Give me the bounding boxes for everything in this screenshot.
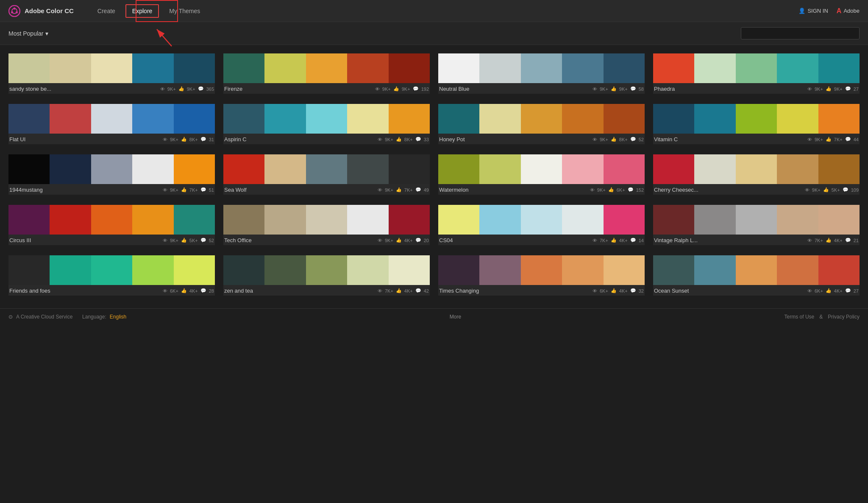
theme-swatches — [438, 205, 645, 235]
swatch — [562, 53, 603, 83]
theme-name: Honey Pot — [439, 136, 593, 143]
swatch — [91, 255, 132, 285]
swatch — [132, 255, 173, 285]
comments-icon: 💬 — [630, 288, 636, 293]
adobe-icon: A — [837, 7, 842, 15]
swatch — [604, 255, 645, 285]
swatch — [174, 53, 215, 83]
comments-count: 28 — [209, 288, 214, 293]
theme-card[interactable]: Times Changing 👁 6K+ 👍 4K+ 💬 32 — [438, 255, 645, 296]
theme-card[interactable]: Vitamin C 👁 9K+ 👍 7K+ 💬 44 — [653, 104, 860, 144]
views-count: 6K+ — [815, 288, 823, 293]
theme-stats: 👁 6K+ 👍 4K+ 💬 32 — [593, 288, 644, 293]
theme-swatches — [653, 255, 860, 285]
comments-icon: 💬 — [413, 86, 419, 92]
theme-info: Firenze 👁 9K+ 👍 9K+ 💬 192 — [223, 83, 430, 94]
swatch — [306, 255, 347, 285]
theme-card[interactable]: Aspirin C 👁 9K+ 👍 8K+ 💬 33 — [223, 104, 430, 144]
swatch — [306, 205, 347, 235]
theme-card[interactable]: Flat UI 👁 9K+ 👍 8K+ 💬 31 — [8, 104, 215, 144]
swatch — [818, 154, 860, 184]
language-value[interactable]: English — [110, 314, 126, 320]
swatch — [8, 154, 50, 184]
theme-card[interactable]: 1944mustang 👁 9K+ 👍 7K+ 💬 51 — [8, 154, 215, 195]
theme-card[interactable]: Firenze 👁 9K+ 👍 9K+ 💬 192 — [223, 53, 430, 94]
views-icon: 👁 — [163, 137, 167, 142]
more-button[interactable]: More — [450, 314, 461, 320]
nav-create[interactable]: Create — [91, 4, 122, 18]
swatch — [438, 255, 479, 285]
comments-count: 52 — [639, 137, 644, 142]
privacy-link[interactable]: Privacy Policy — [828, 314, 860, 320]
adobe-logo: A Adobe — [837, 7, 860, 15]
theme-stats: 👁 9K+ 👍 8K+ 💬 33 — [378, 137, 429, 142]
theme-card[interactable]: Cherry Cheesec... 👁 9K+ 👍 5K+ 💬 109 — [653, 154, 860, 195]
likes-count: 4K+ — [834, 288, 843, 293]
views-icon: 👁 — [593, 137, 597, 142]
swatch — [223, 53, 264, 83]
theme-card[interactable]: Circus III 👁 9K+ 👍 5K+ 💬 52 — [8, 205, 215, 245]
swatch — [306, 53, 347, 83]
swatch — [174, 104, 215, 134]
swatch — [264, 104, 306, 134]
swatch — [132, 205, 173, 235]
theme-swatches — [8, 154, 215, 184]
theme-card[interactable]: Ocean Sunset 👁 6K+ 👍 4K+ 💬 27 — [653, 255, 860, 296]
theme-card[interactable]: Phaedra 👁 9K+ 👍 9K+ 💬 27 — [653, 53, 860, 94]
theme-info: 1944mustang 👁 9K+ 👍 7K+ 💬 51 — [8, 184, 215, 195]
theme-name: Neutral Blue — [439, 86, 593, 92]
comments-count: 27 — [854, 288, 859, 293]
theme-card[interactable]: zen and tea 👁 7K+ 👍 4K+ 💬 42 — [223, 255, 430, 296]
sign-in-button[interactable]: 👤 SIGN IN — [798, 8, 828, 14]
terms-link[interactable]: Terms of Use — [785, 314, 815, 320]
views-icon: 👁 — [163, 187, 167, 193]
theme-info: Vitamin C 👁 9K+ 👍 7K+ 💬 44 — [653, 134, 860, 144]
views-icon: 👁 — [375, 87, 380, 92]
likes-icon: 👍 — [826, 137, 832, 142]
swatch — [562, 104, 603, 134]
swatch — [347, 53, 388, 83]
filter-button[interactable]: Most Popular ▾ — [8, 30, 48, 37]
comments-icon: 💬 — [630, 137, 636, 142]
theme-card[interactable]: Friends and foes 👁 6K+ 👍 4K+ 💬 28 — [8, 255, 215, 296]
theme-card[interactable]: Vintage Ralph L... 👁 7K+ 👍 4K+ 💬 21 — [653, 205, 860, 245]
chevron-down-icon: ▾ — [45, 30, 48, 37]
theme-name: Ocean Sunset — [654, 288, 807, 294]
theme-card[interactable]: CS04 👁 7K+ 👍 4K+ 💬 14 — [438, 205, 645, 245]
theme-card[interactable]: Sea Wolf 👁 9K+ 👍 7K+ 💬 49 — [223, 154, 430, 195]
theme-card[interactable]: Honey Pot 👁 9K+ 👍 8K+ 💬 52 — [438, 104, 645, 144]
theme-card[interactable]: sandy stone be... 👁 9K+ 👍 9K+ 💬 365 — [8, 53, 215, 94]
likes-count: 4K+ — [189, 288, 198, 293]
nav-my-themes[interactable]: My Themes — [162, 4, 207, 18]
swatch — [132, 53, 173, 83]
swatch — [174, 154, 215, 184]
views-count: 9K+ — [597, 187, 606, 193]
theme-card[interactable]: Tech Office 👁 9K+ 👍 4K+ 💬 20 — [223, 205, 430, 245]
creative-cloud-icon: ⊙ — [8, 314, 13, 320]
likes-count: 8K+ — [619, 137, 628, 142]
comments-count: 52 — [209, 238, 214, 243]
swatch — [223, 205, 264, 235]
swatch — [736, 104, 777, 134]
nav-explore[interactable]: Explore — [125, 4, 159, 18]
swatch — [438, 154, 479, 184]
swatch — [438, 205, 479, 235]
comments-count: 20 — [424, 238, 429, 243]
theme-swatches — [438, 255, 645, 285]
theme-swatches — [653, 53, 860, 83]
theme-card[interactable]: Neutral Blue 👁 9K+ 👍 9K+ 💬 58 — [438, 53, 645, 94]
comments-icon: 💬 — [628, 187, 634, 193]
swatch — [132, 104, 173, 134]
swatch — [306, 104, 347, 134]
likes-count: 7K+ — [189, 187, 198, 193]
views-icon: 👁 — [593, 238, 597, 243]
theme-card[interactable]: Watermelon 👁 9K+ 👍 6K+ 💬 152 — [438, 154, 645, 195]
swatch — [604, 104, 645, 134]
search-input[interactable] — [741, 27, 860, 39]
likes-icon: 👍 — [396, 137, 402, 142]
filter-label: Most Popular — [8, 30, 43, 37]
views-count: 9K+ — [382, 87, 391, 92]
likes-icon: 👍 — [826, 288, 832, 293]
likes-count: 6K+ — [617, 187, 625, 193]
comments-count: 49 — [424, 187, 429, 193]
